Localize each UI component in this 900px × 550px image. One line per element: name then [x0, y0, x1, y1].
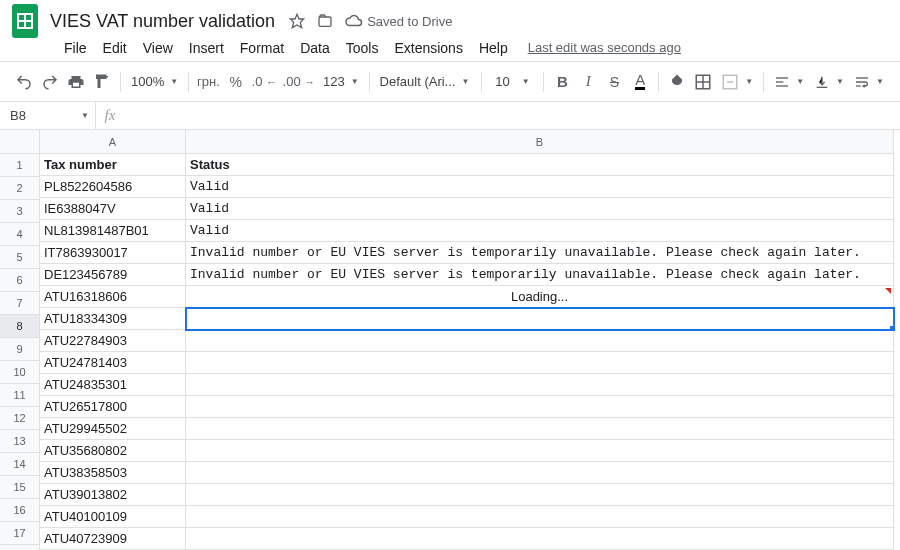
column-header-a[interactable]: A — [40, 130, 186, 154]
star-icon[interactable] — [287, 11, 307, 31]
menu-file[interactable]: File — [56, 36, 95, 60]
print-icon[interactable] — [64, 69, 88, 95]
decrease-decimal-icon[interactable]: .0 ← — [250, 69, 279, 95]
horizontal-align-dropdown[interactable]: ▼ — [770, 69, 808, 95]
row-header[interactable]: 13 — [0, 430, 40, 453]
cell[interactable]: IE6388047V — [40, 198, 186, 220]
row-header[interactable]: 7 — [0, 292, 40, 315]
move-icon[interactable] — [315, 11, 335, 31]
row-header[interactable]: 17 — [0, 522, 40, 545]
cell[interactable]: ATU40100109 — [40, 506, 186, 528]
italic-icon[interactable]: I — [576, 69, 600, 95]
cell[interactable]: ATU39013802 — [40, 484, 186, 506]
caret-down-icon: ▼ — [796, 77, 804, 86]
menu-view[interactable]: View — [135, 36, 181, 60]
merge-cells-dropdown[interactable]: ▼ — [717, 69, 757, 95]
percent-button[interactable]: % — [224, 69, 248, 95]
save-status[interactable]: Saved to Drive — [345, 12, 452, 30]
row-header[interactable]: 4 — [0, 223, 40, 246]
row-header[interactable]: 6 — [0, 269, 40, 292]
formula-input[interactable] — [124, 102, 900, 129]
cell[interactable] — [186, 506, 894, 528]
cell[interactable]: ATU16318606 — [40, 286, 186, 308]
cell[interactable]: DE123456789 — [40, 264, 186, 286]
menu-format[interactable]: Format — [232, 36, 292, 60]
menu-data[interactable]: Data — [292, 36, 338, 60]
document-title[interactable]: VIES VAT number validation — [50, 11, 275, 32]
cell[interactable]: ATU35680802 — [40, 440, 186, 462]
row-header[interactable]: 18 — [0, 545, 40, 550]
cell[interactable]: NL813981487B01 — [40, 220, 186, 242]
fill-color-icon[interactable] — [665, 69, 689, 95]
row-header[interactable]: 11 — [0, 384, 40, 407]
row-header[interactable]: 12 — [0, 407, 40, 430]
cell[interactable]: Tax number — [40, 154, 186, 176]
cell[interactable]: ATU38358503 — [40, 462, 186, 484]
row-header[interactable]: 5 — [0, 246, 40, 269]
row-header[interactable]: 14 — [0, 453, 40, 476]
cell[interactable] — [186, 396, 894, 418]
currency-button[interactable]: грн. — [195, 69, 222, 95]
strikethrough-icon[interactable]: S — [602, 69, 626, 95]
vertical-align-dropdown[interactable]: ▼ — [810, 69, 848, 95]
select-all-corner[interactable] — [0, 130, 40, 154]
redo-icon[interactable] — [38, 69, 62, 95]
cell[interactable] — [186, 484, 894, 506]
cell[interactable]: PL8522604586 — [40, 176, 186, 198]
menu-edit[interactable]: Edit — [95, 36, 135, 60]
cell[interactable] — [186, 440, 894, 462]
menu-insert[interactable]: Insert — [181, 36, 232, 60]
cell[interactable] — [186, 528, 894, 550]
name-box[interactable]: B8▼ — [0, 102, 96, 129]
row-header[interactable]: 2 — [0, 177, 40, 200]
menu-tools[interactable]: Tools — [338, 36, 387, 60]
cell[interactable]: Invalid number or EU VIES server is temp… — [186, 264, 894, 286]
text-wrap-dropdown[interactable]: ▼ — [850, 69, 888, 95]
cell[interactable]: Valid — [186, 198, 894, 220]
cell[interactable]: IT7863930017 — [40, 242, 186, 264]
cell[interactable]: ATU29945502 — [40, 418, 186, 440]
undo-icon[interactable] — [12, 69, 36, 95]
cell[interactable] — [186, 462, 894, 484]
borders-icon[interactable] — [691, 69, 715, 95]
menu-help[interactable]: Help — [471, 36, 516, 60]
cell[interactable]: Loading... — [186, 286, 894, 308]
cell[interactable]: ATU40723909 — [40, 528, 186, 550]
font-family-dropdown[interactable]: Default (Ari...▼ — [376, 69, 475, 95]
caret-down-icon: ▼ — [351, 77, 359, 86]
cell[interactable] — [186, 352, 894, 374]
cell[interactable]: ATU26517800 — [40, 396, 186, 418]
row-header[interactable]: 16 — [0, 499, 40, 522]
cell[interactable]: Valid — [186, 176, 894, 198]
cell[interactable]: ATU24781403 — [40, 352, 186, 374]
row-header[interactable]: 10 — [0, 361, 40, 384]
sheets-logo-icon[interactable] — [12, 3, 40, 39]
row-header[interactable]: 8 — [0, 315, 40, 338]
cell[interactable]: ATU18334309 — [40, 308, 186, 330]
row-header[interactable]: 9 — [0, 338, 40, 361]
cell[interactable]: Valid — [186, 220, 894, 242]
cell[interactable]: Status — [186, 154, 894, 176]
cell[interactable] — [186, 330, 894, 352]
column-header-b[interactable]: B — [186, 130, 894, 154]
cell[interactable]: ATU24835301 — [40, 374, 186, 396]
cell[interactable] — [186, 374, 894, 396]
menu-extensions[interactable]: Extensions — [386, 36, 470, 60]
row-header[interactable]: 3 — [0, 200, 40, 223]
font-size-dropdown[interactable]: 10▼ — [488, 69, 538, 95]
paint-format-icon[interactable] — [90, 69, 114, 95]
row-header[interactable]: 15 — [0, 476, 40, 499]
row-header[interactable]: 1 — [0, 154, 40, 177]
bold-icon[interactable]: B — [550, 69, 574, 95]
svg-marker-4 — [290, 14, 303, 27]
zoom-dropdown[interactable]: 100%▼ — [127, 69, 182, 95]
caret-down-icon: ▼ — [522, 77, 530, 86]
cell[interactable] — [186, 308, 894, 330]
number-format-dropdown[interactable]: 123▼ — [319, 69, 363, 95]
cell[interactable] — [186, 418, 894, 440]
cell[interactable]: ATU22784903 — [40, 330, 186, 352]
cell[interactable]: Invalid number or EU VIES server is temp… — [186, 242, 894, 264]
text-color-icon[interactable]: A — [628, 69, 652, 95]
last-edit-link[interactable]: Last edit was seconds ago — [528, 40, 681, 55]
increase-decimal-icon[interactable]: .00 → — [281, 69, 317, 95]
